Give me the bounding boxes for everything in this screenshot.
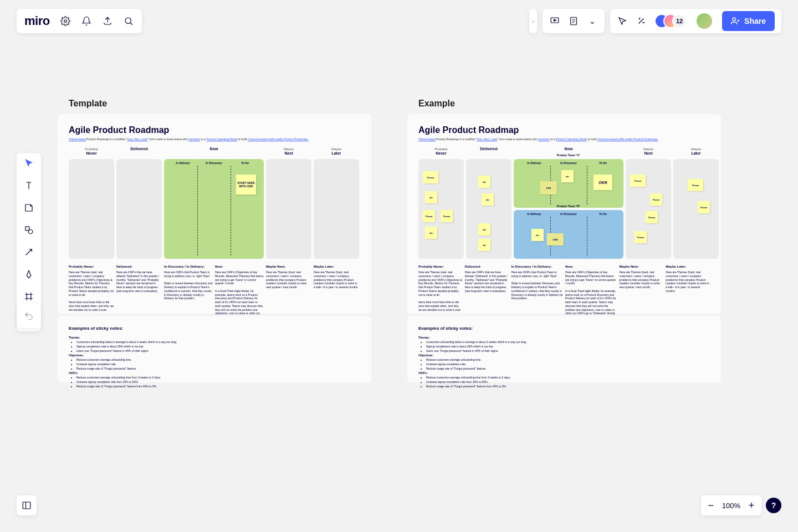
example-examples-panel: Examples of sticky notes: Themes: Custom… — [407, 316, 721, 382]
sticky-okr-dark[interactable]: OKR — [540, 181, 557, 195]
sticky-okr[interactable]: okr — [478, 176, 490, 188]
sticky-theme[interactable]: Theme — [635, 231, 647, 243]
lane-now-team-a: Now Product Team "A" In DeliveryIn Disco… — [514, 159, 623, 208]
panel-title: Agile Product Roadmap — [407, 114, 721, 137]
lane-next: MaybeNext Theme Theme Theme Theme — [626, 159, 671, 259]
panel-subtitle: Theme-based Product Roadmap in a modifie… — [58, 137, 371, 147]
lane-never: ProbablyNever — [69, 159, 114, 259]
sticky-theme[interactable]: Theme — [650, 193, 662, 206]
template-examples-panel: Examples of sticky notes: Themes: Custom… — [58, 316, 371, 382]
panel-title: Agile Product Roadmap — [58, 114, 371, 137]
lane-never: ProbablyNever Theme okr Theme Theme okr — [418, 159, 464, 259]
sticky-okr[interactable]: okr — [425, 191, 437, 203]
lane-later: MaybeLater Theme Theme — [673, 159, 719, 259]
sticky-okr[interactable]: okr — [531, 229, 544, 241]
sticky-theme[interactable]: Theme — [441, 210, 453, 222]
examples-body: Themes: Customers onboarding takes in av… — [407, 335, 721, 388]
sticky-theme[interactable]: Theme — [630, 175, 646, 187]
lane-later: MaybeLater — [314, 159, 359, 259]
lane-delivered: Delivered okr okr okr okr — [466, 159, 511, 259]
sticky-okr-dark[interactable]: OKR — [547, 233, 564, 245]
sticky-theme[interactable]: Theme — [423, 171, 438, 183]
sticky-okr[interactable]: okr — [478, 239, 490, 251]
sticky-okr-big[interactable]: OKR — [594, 175, 612, 190]
sticky-okr[interactable]: okr — [482, 193, 494, 206]
sticky-theme[interactable]: Theme — [688, 179, 703, 191]
example-panel: Agile Product Roadmap Theme-based Produc… — [407, 114, 721, 314]
lane-now-team-b: Product Team "B" In DeliveryIn Discovery… — [514, 210, 623, 259]
template-panel: Agile Product Roadmap Theme-based Produc… — [58, 114, 371, 314]
sticky-okr[interactable]: okr — [425, 227, 437, 239]
lane-delivered: Delivered — [116, 159, 162, 259]
sticky-theme[interactable]: Theme — [698, 201, 710, 213]
examples-body: Themes: Customers onboarding takes in av… — [58, 335, 371, 388]
sticky-okr[interactable]: okr — [561, 170, 574, 182]
sticky-start-here[interactable]: START HERE WITH OKR — [236, 175, 256, 195]
lane-next: MaybeNext — [266, 159, 311, 259]
lane-now: Now In DeliveryIn DiscoveryTo Do START H… — [164, 159, 264, 259]
canvas[interactable]: Template Example Agile Product Roadmap T… — [0, 0, 798, 532]
section-title-template: Template — [69, 99, 107, 109]
sticky-theme[interactable]: Theme — [646, 211, 658, 223]
sticky-theme[interactable]: Theme — [423, 210, 435, 222]
examples-title: Examples of sticky notes: — [407, 316, 721, 335]
sticky-okr[interactable]: okr — [478, 223, 490, 236]
examples-title: Examples of sticky notes: — [58, 316, 371, 335]
panel-subtitle: Theme-based Product Roadmap in a modifie… — [407, 137, 721, 147]
section-title-example: Example — [418, 99, 455, 109]
